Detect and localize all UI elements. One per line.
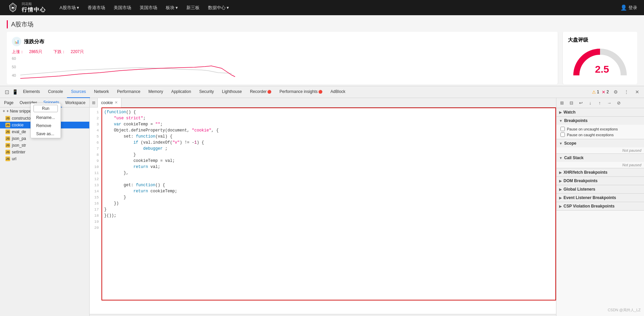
nav-uk[interactable]: 英国市场: [136, 3, 161, 13]
breakpoints-arrow-icon: ▼: [559, 119, 562, 123]
global-arrow-icon: ▶: [559, 188, 562, 191]
global-header[interactable]: ▶ Global Listeners: [556, 185, 644, 193]
active-file-tab[interactable]: cookie ✕: [98, 98, 121, 107]
svg-point-3: [12, 7, 14, 9]
event-section: ▶ Event Listener Breakpoints: [556, 194, 644, 202]
logo-title: 行情中心: [22, 6, 46, 14]
nav-us[interactable]: 美国市场: [110, 3, 135, 13]
code-editor[interactable]: 1 (function() { 2 "use strict"; 3 var co…: [90, 107, 556, 314]
nav-hk[interactable]: 香港市场: [84, 3, 109, 13]
pause-uncaught-row: Pause on uncaught exceptions: [560, 126, 640, 132]
middle-panel: ⊞ cookie ✕ 1 (function() { 2 "use strict…: [90, 98, 556, 316]
xhr-header[interactable]: ▶ XHR/fetch Breakpoints: [556, 168, 644, 176]
close-tab-icon[interactable]: ✕: [115, 100, 118, 105]
watch-header[interactable]: ▶ Watch: [556, 108, 644, 116]
csp-header[interactable]: ▶ CSP Violation Breakpoints: [556, 202, 644, 210]
callstack-not-paused: Not paused: [556, 162, 644, 168]
pause-uncaught-checkbox[interactable]: [560, 127, 565, 131]
tab-network[interactable]: Network: [90, 86, 113, 98]
file-setinter[interactable]: JS setInter: [0, 149, 89, 155]
panel-toggle-icon[interactable]: ⊞: [90, 98, 98, 107]
nav-a-stock[interactable]: A股市场 ▾: [56, 3, 83, 13]
expand-all-icon[interactable]: ⊞: [558, 99, 566, 107]
devtools-mobile-icon[interactable]: 📱: [11, 88, 19, 96]
nav-data[interactable]: 数据中心 ▾: [205, 3, 232, 13]
tab-adblock[interactable]: AdBlock: [326, 86, 349, 98]
settings-icon[interactable]: ⚙: [612, 88, 620, 96]
rating-card: 大盘评级 2.5: [563, 32, 637, 84]
tab-elements[interactable]: Elements: [19, 86, 44, 98]
svg-text:40: 40: [12, 73, 16, 77]
tab-sources[interactable]: Sources: [67, 86, 90, 98]
pause-uncaught-label: Pause on uncaught exceptions: [567, 127, 618, 131]
watch-arrow-icon: ▶: [559, 111, 562, 114]
tab-recorder[interactable]: Recorder 🔴: [246, 86, 275, 98]
svg-text:50: 50: [12, 65, 16, 69]
callstack-header[interactable]: ▼ Call Stack: [556, 154, 644, 162]
step-into-icon[interactable]: ↓: [586, 99, 594, 107]
tab-lighthouse[interactable]: Lighthouse: [218, 86, 246, 98]
gauge-svg: 2.5: [570, 45, 630, 79]
nav-sectors[interactable]: 板块 ▾: [162, 3, 181, 13]
step-icon[interactable]: →: [605, 99, 613, 107]
pause-caught-checkbox[interactable]: [560, 132, 565, 137]
js-file-icon: JS: [5, 156, 10, 161]
nav-newthree[interactable]: 新三板: [183, 3, 203, 13]
breakpoints-label: Breakpoints: [564, 118, 588, 123]
pause-caught-label: Pause on caught exceptions: [567, 133, 614, 137]
csp-section: ▶ CSP Violation Breakpoints: [556, 202, 644, 211]
scope-header[interactable]: ▼ Scope: [556, 139, 644, 147]
js-file-icon: JS: [5, 116, 10, 121]
scope-arrow-icon: ▼: [559, 142, 562, 145]
dom-arrow-icon: ▶: [559, 179, 562, 183]
scope-label: Scope: [564, 141, 576, 146]
context-save-as[interactable]: Save as...: [31, 130, 61, 138]
code-line-7: 7 debugger ;: [90, 146, 556, 152]
file-list: JS constructor_debugger JS cookie JS eva…: [0, 115, 89, 316]
website-area: 📊 涨跌分布 上涨：2865只 下跌：2207只 60 50 40: [7, 32, 637, 84]
tab-workspace[interactable]: Workspace: [63, 98, 88, 107]
tab-memory[interactable]: Memory: [144, 86, 167, 98]
tab-page[interactable]: Page: [1, 98, 16, 107]
code-line-9: 9 cookieTemp = val;: [90, 158, 556, 164]
breakpoints-header[interactable]: ▼ Breakpoints: [556, 117, 644, 125]
tab-application[interactable]: Application: [167, 86, 195, 98]
global-section: ▶ Global Listeners: [556, 185, 644, 194]
breakpoints-content: Pause on uncaught exceptions Pause on ca…: [556, 125, 644, 139]
chart-stats: 上涨：2865只 下跌：2207只: [12, 49, 553, 55]
context-remove[interactable]: Remove: [31, 122, 61, 130]
code-line-10: 10 return val;: [90, 164, 556, 170]
context-run-button[interactable]: Run: [33, 105, 58, 112]
devtools-inspect-icon[interactable]: ⊡: [3, 88, 11, 96]
js-file-icon: JS: [5, 136, 10, 141]
event-header[interactable]: ▶ Event Listener Breakpoints: [556, 194, 644, 202]
svg-text:60: 60: [12, 56, 16, 60]
tab-console[interactable]: Console: [44, 86, 67, 98]
columns-icon[interactable]: ⊟: [567, 99, 575, 107]
tab-performance[interactable]: Performance: [113, 86, 144, 98]
file-url[interactable]: JS url: [0, 155, 89, 162]
status-bar: <> Line 19, Column 1 ▶ Ctrl+Enter Covera…: [90, 314, 556, 316]
file-json-str[interactable]: JS json_str: [0, 142, 89, 149]
deactivate-breakpoints-icon[interactable]: ⊘: [615, 99, 623, 107]
context-rename[interactable]: Rename...: [31, 114, 61, 122]
code-line-17: 17 }: [90, 206, 556, 213]
tab-perf-insights[interactable]: Performance insights 🔴: [275, 86, 326, 98]
tab-security[interactable]: Security: [195, 86, 218, 98]
rating-gauge: 2.5: [568, 47, 632, 77]
global-label: Global Listeners: [564, 187, 595, 192]
dom-header[interactable]: ▶ DOM Breakpoints: [556, 177, 644, 185]
more-options-icon[interactable]: ⋮: [622, 88, 630, 96]
login-button[interactable]: 👤 登录: [620, 4, 637, 11]
chart-icon: 📊: [12, 37, 21, 46]
step-out-icon[interactable]: ↑: [596, 99, 604, 107]
csp-arrow-icon: ▶: [559, 204, 562, 208]
code-line-20: 20: [90, 225, 556, 231]
logo[interactable]: 同花顺 行情中心: [7, 2, 46, 14]
code-line-13: 13 get: function() {: [90, 182, 556, 188]
pause-caught-row: Pause on caught exceptions: [560, 132, 640, 138]
step-over-icon[interactable]: ↩: [577, 99, 585, 107]
code-line-5: 5 set: function(val) {: [90, 133, 556, 140]
js-file-icon: JS: [5, 123, 10, 127]
close-devtools-icon[interactable]: ✕: [633, 88, 641, 96]
